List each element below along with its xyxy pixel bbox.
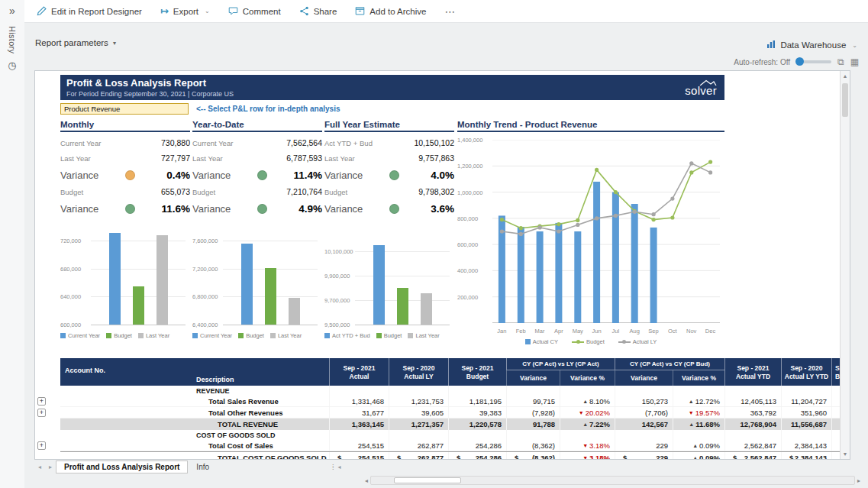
toolbar: Edit in Report Designer ↦ Export ⌄ Comme… — [24, 0, 868, 23]
table-row[interactable]: TOTAL REVENUE1,363,1451,271,3571,220,578… — [60, 419, 840, 430]
pl-row-selector-input[interactable]: Product Revenue — [60, 103, 189, 115]
down-arrow-icon: ▼ — [579, 410, 584, 415]
tab-profit-and-loss-analysis-report[interactable]: Profit and Loss Analysis Report — [56, 461, 188, 473]
tab-scroll-right-button[interactable]: ▸ — [45, 461, 56, 473]
table-cell — [831, 419, 840, 430]
legend-item: Last Year — [270, 332, 302, 339]
scroll-down-button[interactable]: ▼ — [841, 451, 850, 457]
table-cell: 2,562,847 — [724, 440, 781, 451]
panel-monthly-trend: Monthly Trend - Product Revenue 200,0004… — [457, 120, 724, 345]
history-clock-icon[interactable]: ◷ — [8, 60, 16, 71]
column-header: Sep - 2020Actual LY YTD — [781, 358, 831, 386]
header-description: Description — [196, 376, 234, 383]
horizontal-scroll-thumb[interactable] — [394, 477, 461, 483]
outline-expand-button[interactable]: + — [37, 397, 46, 406]
export-button[interactable]: ↦ Export ⌄ — [160, 5, 210, 17]
history-panel-label[interactable]: History — [8, 26, 17, 53]
collapse-panel-icon[interactable]: » — [9, 5, 15, 17]
table-cell: 11,556,687 — [781, 419, 831, 430]
row-description: TOTAL REVENUE — [60, 420, 329, 428]
table-row[interactable]: Total Sales Revenue1,331,4681,231,7531,1… — [60, 396, 840, 407]
add-to-archive-button[interactable]: Add to Archive — [355, 6, 426, 16]
horizontal-scrollbar[interactable]: ◂ ▸ — [365, 475, 860, 486]
table-cell: 351,960 — [781, 407, 831, 418]
export-icon: ↦ — [160, 5, 169, 17]
bar-budget — [397, 288, 408, 325]
auto-refresh-toggle[interactable] — [796, 60, 831, 63]
square-swatch-icon — [60, 333, 66, 338]
export-label: Export — [173, 7, 198, 16]
comment-label: Comment — [243, 7, 281, 16]
share-label: Share — [314, 7, 337, 16]
edit-in-report-designer-button[interactable]: Edit in Report Designer — [37, 6, 142, 16]
vertical-scrollbar[interactable]: ▲ ▼ — [840, 71, 850, 459]
row-description: Total Sales Revenue — [60, 397, 329, 406]
square-swatch-icon — [138, 333, 144, 338]
table-row[interactable]: COST OF GOODS SOLD — [60, 430, 840, 440]
square-swatch-icon — [324, 333, 330, 338]
table-body: REVENUETotal Sales Revenue1,331,4681,231… — [60, 386, 840, 459]
share-icon — [299, 6, 309, 16]
variance-percent-cell: ▼19.57% — [673, 407, 724, 418]
scroll-up-button[interactable]: ▲ — [841, 73, 850, 79]
bar-last-year — [421, 293, 432, 325]
table-row[interactable]: Total Cost of Sales254,515262,877254,286… — [60, 440, 840, 451]
selector-hint-text: <-- Select P&L row for in-depth analysis — [196, 105, 340, 113]
row-description: COST OF GOODS SOLD — [60, 431, 329, 439]
up-arrow-icon: ▲ — [692, 455, 698, 460]
table-cell — [831, 440, 840, 451]
table-cell — [329, 430, 389, 440]
status-dot-icon — [389, 204, 399, 214]
edit-label: Edit in Report Designer — [51, 7, 142, 16]
horizontal-scroll-track[interactable] — [370, 476, 855, 485]
sheet-tab-bar: ◂ ▸ Profit and Loss Analysis Report Info… — [34, 461, 345, 473]
report-parameters-dropdown[interactable]: Report parameters ▾ — [35, 38, 116, 47]
outline-expand-button[interactable]: + — [37, 409, 46, 417]
share-button[interactable]: Share — [299, 6, 337, 16]
x-tick-label: Jul — [606, 328, 625, 334]
vertical-scroll-thumb[interactable] — [842, 83, 848, 117]
kpi-variance-row: Variance4.0% — [324, 166, 454, 184]
table-row[interactable]: TOTAL COST OF GOODS SOLD$254,515$262,877… — [60, 451, 840, 459]
table-cell — [831, 452, 840, 459]
x-tick-label: Jan — [492, 328, 511, 334]
scroll-left-button[interactable]: ◂ — [365, 477, 368, 484]
tab-scroll-left-button[interactable]: ◂ — [34, 461, 45, 473]
report-title-band: Profit & Loss Analysis Report For Period… — [60, 75, 724, 100]
currency-cell: $229 — [615, 452, 673, 459]
more-options-button[interactable]: ⋯ — [444, 5, 456, 18]
tab-info[interactable]: Info — [188, 461, 218, 473]
up-arrow-icon: ▲ — [689, 422, 694, 427]
table-row[interactable]: REVENUE — [60, 386, 840, 396]
table-cell: 1,220,578 — [448, 419, 506, 430]
comment-button[interactable]: Comment — [228, 6, 281, 16]
table-cell — [781, 386, 831, 396]
left-rail: » History ◷ — [0, 0, 24, 488]
open-window-icon[interactable]: ⧉ — [837, 57, 844, 67]
chart-legend: Current YearBudgetLast Year — [60, 332, 190, 339]
legend-item: Actual CY — [525, 338, 558, 345]
comment-icon — [228, 6, 238, 16]
table-cell — [560, 386, 615, 396]
table-cell — [831, 430, 840, 440]
outline-expand-button[interactable]: + — [37, 441, 46, 450]
toggle-knob[interactable] — [795, 57, 804, 66]
up-arrow-icon: ▲ — [582, 399, 588, 404]
table-row[interactable]: Total Other Revenues31,67739,60539,383(7… — [60, 407, 840, 419]
kpi-row: Last Year9,757,863 — [324, 150, 454, 166]
data-warehouse-dropdown[interactable]: Data Warehouse ⌄ — [766, 40, 857, 50]
grid-view-icon[interactable]: ▦ — [850, 57, 859, 67]
column-subheader: Variance — [615, 370, 673, 386]
currency-cell: $(8,362) — [506, 452, 560, 459]
column-header: Sep - 2020Actual LY — [389, 358, 448, 386]
y-tick-label: 600,000 — [60, 322, 81, 328]
plot-area — [223, 227, 318, 325]
parameter-row: Product Revenue <-- Select P&L row for i… — [60, 102, 340, 115]
legend-item: Current Year — [192, 332, 232, 339]
scroll-right-button[interactable]: ▸ — [857, 477, 860, 484]
status-dot-icon — [125, 204, 135, 214]
tab-area-left-button[interactable]: ◂ — [334, 461, 345, 473]
table-cell — [329, 386, 389, 396]
chart-legend: Current YearBudgetLast Year — [192, 332, 322, 339]
variance-percent-cell: ▲0.09% — [673, 440, 724, 451]
